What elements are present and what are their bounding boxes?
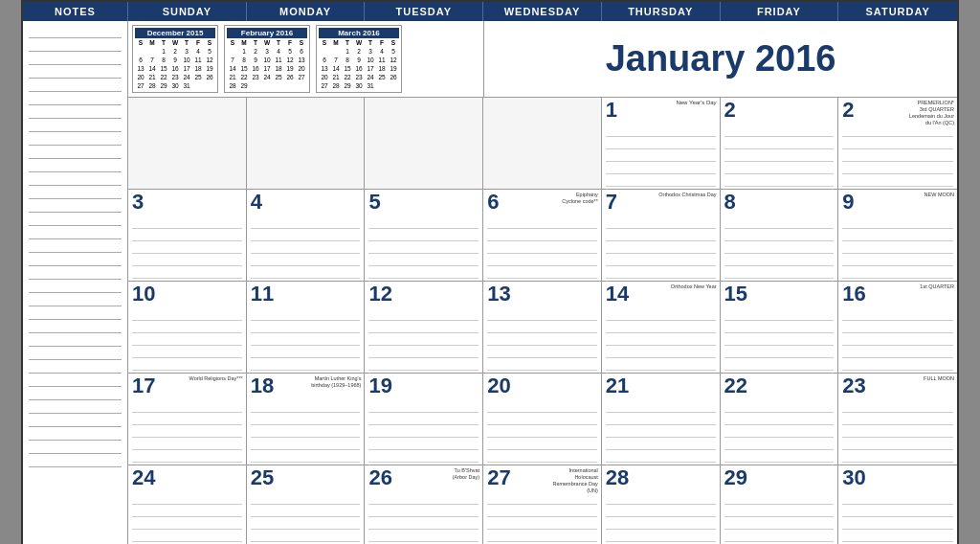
notes-header: NOTES <box>23 2 128 21</box>
mc-header: T <box>365 38 376 47</box>
note-line <box>29 360 122 374</box>
mc-day: 22 <box>158 73 169 81</box>
mc-day: 15 <box>238 64 250 73</box>
note-line <box>29 306 122 320</box>
day-cell-empty <box>483 98 602 190</box>
note-line <box>29 119 122 132</box>
day-lines <box>606 216 716 279</box>
mc-day: 10 <box>181 56 192 64</box>
note-line <box>29 400 122 414</box>
mc-day <box>330 47 342 56</box>
mc-day: 3 <box>261 47 273 56</box>
mc-header: M <box>238 38 250 47</box>
mc-header: T <box>250 38 261 47</box>
mc-day: 25 <box>273 73 284 81</box>
notes-lines <box>23 21 127 544</box>
mc-day: 21 <box>227 73 238 81</box>
mc-day: 25 <box>376 73 388 81</box>
day-number: 20 <box>487 375 597 397</box>
calendar: NOTES SUNDAY MONDAY TUESDAY WEDNESDAY TH… <box>21 0 959 544</box>
note-line <box>29 387 122 400</box>
mc-day: 20 <box>296 64 307 73</box>
note-line <box>29 239 122 253</box>
day-lines <box>132 308 242 371</box>
mc-day: 28 <box>330 81 342 90</box>
mc-header: S <box>319 38 330 47</box>
mc-day <box>296 81 307 90</box>
mini-cal-feb: February 2016 SMTWTFS 123456 78910111213… <box>224 25 310 93</box>
day-cell-30: 30 <box>838 465 957 544</box>
day-lines <box>724 308 835 371</box>
day-cell-9: NEW MOON 9 <box>838 190 957 282</box>
mc-day <box>135 47 146 56</box>
note-line <box>29 374 122 387</box>
day-lines <box>487 400 597 463</box>
mc-day: 26 <box>388 73 399 81</box>
sunday-header: SUNDAY <box>128 2 247 21</box>
mc-header: F <box>376 38 388 47</box>
day-cell-2-sat: PREMERLION*3rd QUARTERLendemain du Jourd… <box>838 98 957 190</box>
day-event: Tu B'Shvat(Arbor Day) <box>453 467 479 481</box>
note-line <box>29 79 122 92</box>
day-lines <box>487 216 597 279</box>
day-lines <box>368 400 479 463</box>
tuesday-header: TUESDAY <box>365 2 483 21</box>
day-lines <box>251 400 361 463</box>
day-event: Orthodox Christmas Day <box>658 192 716 197</box>
note-line <box>29 92 122 105</box>
mc-day: 19 <box>204 64 215 73</box>
note-line <box>29 454 122 467</box>
day-number: 8 <box>724 192 835 213</box>
note-line <box>29 38 122 52</box>
saturday-header: SATURDAY <box>838 2 957 21</box>
month-title-text: January 2016 <box>606 38 836 79</box>
mc-day <box>261 81 273 90</box>
day-cell-5: 5 <box>365 190 483 282</box>
mc-day: 18 <box>376 64 388 73</box>
day-lines <box>842 400 953 463</box>
mc-day: 21 <box>146 73 158 81</box>
mc-header: F <box>192 38 204 47</box>
mc-day: 31 <box>365 81 376 90</box>
mc-day: 22 <box>342 73 353 81</box>
mc-header: S <box>135 38 146 47</box>
mc-day: 3 <box>365 47 376 56</box>
mc-day: 1 <box>342 47 353 56</box>
mc-day: 10 <box>261 56 273 64</box>
note-line <box>29 105 122 119</box>
mc-day: 5 <box>284 47 296 56</box>
mc-day: 12 <box>284 56 296 64</box>
mc-day: 9 <box>250 56 261 64</box>
mc-day: 5 <box>388 47 399 56</box>
mc-day: 7 <box>330 56 342 64</box>
mc-day: 6 <box>296 47 307 56</box>
day-cell-11: 11 <box>247 282 366 374</box>
header-row: NOTES SUNDAY MONDAY TUESDAY WEDNESDAY TH… <box>23 2 957 21</box>
day-event: 1st QUARTER <box>920 283 954 289</box>
month-title: January 2016 <box>483 21 957 98</box>
day-lines <box>368 216 479 279</box>
day-lines <box>606 125 716 187</box>
mc-day: 8 <box>238 56 250 64</box>
mc-day: 8 <box>342 56 353 64</box>
mc-day: 18 <box>192 64 204 73</box>
day-lines <box>724 400 835 463</box>
mc-day: 27 <box>135 81 146 90</box>
mc-day: 30 <box>353 81 365 90</box>
mini-calendars-row: December 2015 SMTWTFS 12345 6789101112 1… <box>128 21 483 98</box>
day-cell-2: 2 <box>721 98 839 190</box>
mc-day: 6 <box>319 56 330 64</box>
mc-day: 19 <box>388 64 399 73</box>
day-number: 11 <box>251 283 361 305</box>
note-line <box>29 186 122 199</box>
mc-day: 14 <box>227 64 238 73</box>
mc-day: 26 <box>284 73 296 81</box>
day-cell-23: FULL MOON 23 <box>838 374 957 465</box>
mc-header: S <box>204 38 215 47</box>
day-lines <box>368 308 479 371</box>
mc-day <box>250 81 261 90</box>
note-line <box>29 213 122 226</box>
day-cell-20: 20 <box>483 374 602 465</box>
day-cell-13: 13 <box>483 282 602 374</box>
note-line <box>29 132 122 146</box>
